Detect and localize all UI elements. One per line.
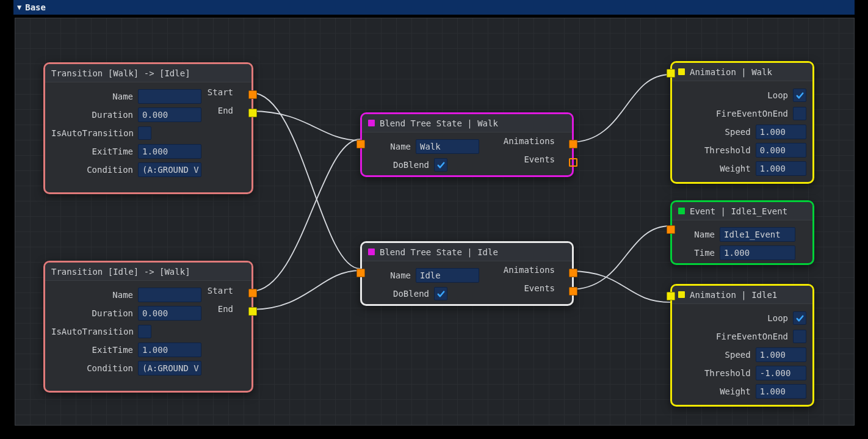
port-label: Animations bbox=[504, 265, 555, 275]
speed-input[interactable]: 1.000 bbox=[756, 347, 806, 362]
field-label: Name bbox=[368, 142, 411, 151]
node-color-icon bbox=[678, 291, 685, 298]
port-end[interactable] bbox=[248, 109, 257, 117]
name-input[interactable]: Walk bbox=[416, 139, 479, 154]
field-label: Duration bbox=[51, 110, 133, 120]
node-title: Animation | Idle1 bbox=[690, 290, 777, 300]
field-label: DoBlend bbox=[368, 289, 429, 299]
port-start[interactable] bbox=[248, 289, 257, 297]
isauto-checkbox[interactable] bbox=[138, 325, 151, 338]
node-animation-idle1[interactable]: Animation | Idle1 Loop FireEventOnEnd Sp… bbox=[670, 284, 814, 407]
field-label: Name bbox=[51, 290, 133, 300]
field-label: DoBlend bbox=[368, 160, 429, 170]
field-label: Threshold bbox=[678, 145, 751, 155]
loop-checkbox[interactable] bbox=[793, 311, 806, 325]
port-label: Events bbox=[524, 283, 555, 293]
field-label: Duration bbox=[51, 308, 133, 318]
port-events[interactable] bbox=[569, 287, 577, 296]
port-start[interactable] bbox=[248, 90, 257, 99]
panel-title: Base bbox=[25, 0, 46, 15]
time-input[interactable]: 1.000 bbox=[720, 245, 795, 260]
port-label: Animations bbox=[504, 136, 555, 146]
port-events[interactable] bbox=[569, 158, 577, 167]
port-label: Events bbox=[524, 154, 555, 164]
condition-input[interactable]: (A:GROUND V bbox=[138, 361, 201, 376]
exittime-input[interactable]: 1.000 bbox=[138, 144, 201, 159]
field-label: FireEventOnEnd bbox=[715, 109, 788, 118]
port-label: End bbox=[218, 106, 233, 115]
node-color-icon bbox=[678, 208, 685, 214]
field-label: Name bbox=[51, 92, 133, 101]
isauto-checkbox[interactable] bbox=[138, 126, 151, 140]
weight-input[interactable]: 1.000 bbox=[756, 161, 806, 176]
duration-input[interactable]: 0.000 bbox=[138, 107, 201, 122]
panel-header[interactable]: ▼ Base bbox=[13, 0, 855, 15]
node-title: Transition [Walk] -> [Idle] bbox=[51, 68, 190, 78]
field-label: Weight bbox=[678, 164, 751, 173]
node-transition-walk-idle[interactable]: Transition [Walk] -> [Idle] Name Duratio… bbox=[43, 62, 253, 194]
port-in[interactable] bbox=[667, 69, 675, 78]
fireevent-checkbox[interactable] bbox=[793, 330, 806, 343]
field-label: IsAutoTransition bbox=[51, 128, 133, 138]
port-label: End bbox=[218, 304, 233, 314]
weight-input[interactable]: 1.000 bbox=[756, 384, 806, 399]
name-input[interactable] bbox=[138, 89, 201, 104]
field-label: Name bbox=[678, 230, 715, 239]
node-title: Blend Tree State | Idle bbox=[380, 247, 498, 257]
node-state-walk[interactable]: Blend Tree State | Walk NameWalk DoBlend… bbox=[360, 112, 574, 177]
threshold-input[interactable]: -1.000 bbox=[756, 366, 806, 380]
doblend-checkbox[interactable] bbox=[434, 287, 447, 300]
field-label: FireEventOnEnd bbox=[715, 332, 788, 341]
duration-input[interactable]: 0.000 bbox=[138, 306, 201, 321]
node-title: Event | Idle1_Event bbox=[690, 206, 787, 216]
field-label: Condition bbox=[51, 363, 133, 373]
name-input[interactable] bbox=[138, 288, 201, 302]
node-state-idle[interactable]: Blend Tree State | Idle NameIdle DoBlend… bbox=[360, 241, 574, 306]
field-label: Condition bbox=[51, 165, 133, 175]
name-input[interactable]: Idle1_Event bbox=[720, 227, 795, 242]
field-label: Speed bbox=[678, 127, 751, 137]
port-in[interactable] bbox=[356, 269, 365, 277]
node-title: Animation | Walk bbox=[690, 67, 772, 77]
exittime-input[interactable]: 1.000 bbox=[138, 343, 201, 357]
node-animation-walk[interactable]: Animation | Walk Loop FireEventOnEnd Spe… bbox=[670, 61, 814, 184]
field-label: Loop bbox=[715, 313, 788, 323]
field-label: Name bbox=[368, 270, 411, 280]
fireevent-checkbox[interactable] bbox=[793, 107, 806, 120]
name-input[interactable]: Idle bbox=[416, 268, 479, 283]
field-label: Speed bbox=[678, 350, 751, 360]
node-transition-idle-walk[interactable]: Transition [Idle] -> [Walk] Name Duratio… bbox=[43, 261, 253, 393]
node-color-icon bbox=[368, 249, 375, 255]
port-label: Start bbox=[208, 87, 233, 97]
doblend-checkbox[interactable] bbox=[434, 158, 447, 172]
collapse-toggle-icon[interactable]: ▼ bbox=[17, 0, 21, 15]
port-label: Start bbox=[208, 286, 233, 296]
field-label: Threshold bbox=[678, 368, 751, 378]
port-in[interactable] bbox=[667, 225, 675, 234]
node-color-icon bbox=[678, 68, 685, 75]
loop-checkbox[interactable] bbox=[793, 89, 806, 102]
port-in[interactable] bbox=[356, 140, 365, 148]
field-label: IsAutoTransition bbox=[51, 327, 133, 336]
port-in[interactable] bbox=[667, 292, 675, 300]
speed-input[interactable]: 1.000 bbox=[756, 125, 806, 139]
port-end[interactable] bbox=[248, 307, 257, 316]
field-label: Time bbox=[678, 248, 715, 258]
field-label: ExitTime bbox=[51, 147, 133, 156]
port-animations[interactable] bbox=[569, 140, 577, 148]
node-title: Transition [Idle] -> [Walk] bbox=[51, 267, 190, 277]
port-animations[interactable] bbox=[569, 269, 577, 277]
condition-input[interactable]: (A:GROUND V bbox=[138, 162, 201, 177]
node-event-idle1[interactable]: Event | Idle1_Event NameIdle1_Event Time… bbox=[670, 200, 814, 265]
node-color-icon bbox=[368, 120, 375, 126]
node-title: Blend Tree State | Walk bbox=[380, 118, 498, 128]
field-label: Weight bbox=[678, 386, 751, 396]
threshold-input[interactable]: 0.000 bbox=[756, 143, 806, 158]
field-label: Loop bbox=[715, 90, 788, 100]
field-label: ExitTime bbox=[51, 345, 133, 355]
graph-canvas[interactable]: Transition [Walk] -> [Idle] Name Duratio… bbox=[15, 18, 855, 426]
